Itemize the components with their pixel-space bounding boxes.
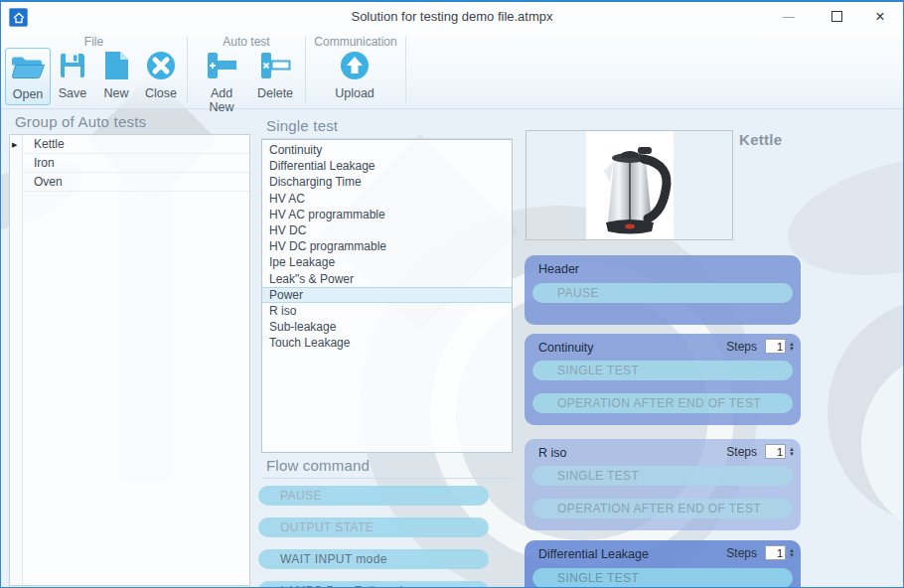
open-folder-icon (6, 49, 50, 84)
single-test-item[interactable]: HV DC programmable (262, 238, 512, 254)
group-caption-autotest: Auto test (188, 35, 305, 49)
card-differential-leakage: Differential Leakage Steps 1 ▲▼ SINGLE T… (525, 540, 801, 588)
single-test-item-selected[interactable]: Power (262, 287, 512, 303)
group-caption-file: File (1, 35, 187, 49)
group-item-label: Iron (34, 156, 55, 170)
delete-icon (252, 48, 298, 83)
row-selector-gutter (10, 135, 23, 585)
group-item-label: Kettle (34, 137, 65, 151)
single-test-item[interactable]: Ipe Leakage (262, 254, 512, 270)
new-button-label: New (93, 86, 139, 100)
steps-input[interactable]: 1 (765, 339, 786, 354)
flow-command-wait-input[interactable]: WAIT INPUT mode (258, 549, 489, 569)
group-item-oven[interactable]: Oven (24, 173, 249, 192)
flow-command-output-state[interactable]: OUTPUT STATE (258, 517, 489, 537)
card-continuity: Continuity Steps 1 ▲▼ SINGLE TEST OPERAT… (525, 334, 801, 425)
toolbar-separator (405, 36, 406, 103)
single-test-item[interactable]: Leak"s & Power (262, 271, 512, 287)
steps-label: Steps (726, 340, 757, 354)
open-button[interactable]: Open (5, 48, 51, 105)
card-header: Header PAUSE (525, 255, 801, 325)
maximize-icon (831, 11, 842, 22)
add-new-icon (199, 48, 244, 83)
single-test-item[interactable]: Continuity (262, 142, 512, 158)
new-button[interactable]: New (93, 48, 139, 105)
card-title: R iso (538, 446, 566, 460)
minimize-button[interactable]: — (772, 2, 806, 31)
close-file-icon (138, 48, 184, 83)
card-title: Differential Leakage (538, 547, 649, 561)
watermark-disc-icon (861, 350, 904, 538)
card-r-iso: R iso Steps 1 ▲▼ SINGLE TEST OPERATION A… (525, 439, 801, 530)
new-document-icon (93, 48, 139, 83)
r-iso-single-test-button[interactable]: SINGLE TEST (532, 466, 793, 486)
continuity-operation-after-end-button[interactable]: OPERATION AFTER END OF TEST (532, 393, 793, 413)
steps-label: Steps (726, 546, 757, 560)
steps-input[interactable]: 1 (765, 444, 786, 459)
steps-down-icon[interactable]: ▼ (789, 347, 795, 352)
steps-label: Steps (726, 445, 757, 459)
title-bar: Solution for testing demo file.atmpx — × (1, 2, 903, 32)
single-test-item[interactable]: HV DC (262, 222, 512, 238)
card-title: Continuity (538, 341, 594, 355)
open-button-label: Open (6, 87, 50, 101)
single-test-item[interactable]: HV AC programmable (262, 207, 512, 222)
flow-command-pause[interactable]: PAUSE (258, 486, 489, 506)
save-icon (50, 48, 95, 83)
single-test-item[interactable]: Touch Leakage (262, 335, 512, 351)
single-test-item[interactable]: Differential Leakage (262, 158, 512, 174)
steps-control: Steps 1 ▲▼ (726, 545, 795, 560)
close-file-button-label: Close (138, 86, 184, 100)
save-button[interactable]: Save (50, 48, 95, 105)
group-item-iron[interactable]: Iron (24, 154, 249, 173)
left-panel-title: Group of Auto tests (9, 113, 251, 135)
single-test-title: Single test (261, 117, 513, 139)
steps-down-icon[interactable]: ▼ (789, 553, 795, 558)
save-button-label: Save (50, 86, 95, 100)
upload-button[interactable]: Upload (332, 48, 377, 105)
ribbon-toolbar: File Auto test Communication Open (1, 32, 903, 109)
device-label: Kettle (739, 131, 782, 148)
add-new-button-label: Add New (199, 86, 244, 114)
delete-button[interactable]: Delete (252, 48, 298, 105)
upload-icon (332, 48, 377, 83)
group-caption-communication: Communication (306, 35, 405, 49)
differential-leakage-single-test-button[interactable]: SINGLE TEST (532, 568, 793, 588)
add-new-button[interactable]: Add New (199, 48, 244, 105)
r-iso-operation-after-end-button[interactable]: OPERATION AFTER END OF TEST (532, 499, 793, 518)
maximize-button[interactable] (820, 2, 853, 31)
single-test-item[interactable]: R iso (262, 303, 512, 319)
kettle-image (527, 131, 734, 239)
steps-down-icon[interactable]: ▼ (789, 452, 795, 457)
steps-control: Steps 1 ▲▼ (726, 444, 795, 459)
auto-test-group-list: ▶ Kettle Iron Oven (9, 134, 250, 586)
group-item-kettle[interactable]: ▶ Kettle (24, 135, 249, 154)
toolbar-separator (187, 36, 188, 103)
single-test-item[interactable]: Sub-leakage (262, 319, 512, 335)
close-file-button[interactable]: Close (138, 48, 184, 105)
single-test-item[interactable]: HV AC (262, 191, 512, 207)
steps-control: Steps 1 ▲▼ (726, 339, 795, 354)
continuity-single-test-button[interactable]: SINGLE TEST (532, 361, 793, 380)
header-pause-button[interactable]: PAUSE (532, 283, 793, 303)
flow-command-title: Flow command (261, 457, 513, 479)
device-image-box (526, 130, 733, 240)
group-item-label: Oven (34, 175, 63, 189)
upload-button-label: Upload (332, 86, 377, 100)
card-title: Header (538, 262, 579, 276)
app-window: Solution for testing demo file.atmpx — ×… (0, 0, 904, 588)
current-row-marker-icon: ▶ (12, 135, 17, 154)
toolbar-separator (305, 36, 306, 103)
single-test-item[interactable]: Discharging Time (262, 174, 512, 190)
window-title: Solution for testing demo file.atmpx (1, 9, 903, 24)
close-window-button[interactable]: × (863, 2, 897, 31)
steps-input[interactable]: 1 (765, 545, 786, 560)
watermark-disc-icon (828, 298, 904, 526)
single-test-list: Continuity Differential Leakage Discharg… (261, 139, 513, 453)
flow-command-lamps-passfail[interactable]: LAMPS PassFail mode (258, 581, 489, 588)
delete-button-label: Delete (252, 86, 298, 100)
